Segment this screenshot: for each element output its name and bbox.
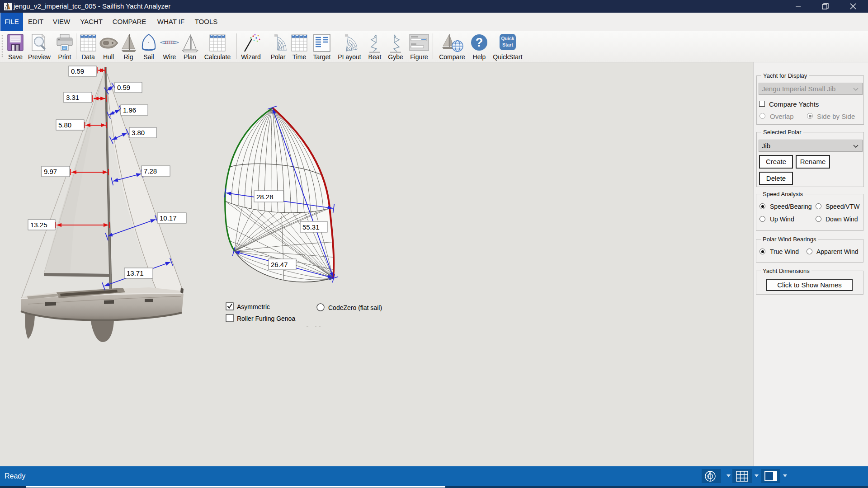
svg-text:Roller Furling Genoa: Roller Furling Genoa: [237, 315, 295, 322]
svg-text:10.17: 10.17: [160, 214, 177, 222]
svg-text:55.31: 55.31: [302, 223, 320, 231]
svg-text:3.80: 3.80: [132, 129, 145, 136]
svg-text:0.59: 0.59: [71, 67, 84, 75]
svg-text:?: ?: [476, 36, 483, 49]
svg-text:1.96: 1.96: [123, 106, 136, 114]
svg-text:28.28: 28.28: [256, 193, 274, 201]
svg-text:13.25: 13.25: [30, 221, 47, 229]
svg-text:26.47: 26.47: [271, 261, 288, 268]
svg-text:CodeZero (flat sail): CodeZero (flat sail): [328, 304, 382, 311]
svg-text:13.71: 13.71: [127, 269, 144, 277]
svg-text:3.31: 3.31: [66, 94, 79, 101]
svg-text:Quick: Quick: [501, 36, 514, 41]
svg-text:Asymmetric: Asymmetric: [237, 303, 270, 310]
svg-text:9.97: 9.97: [44, 168, 57, 175]
svg-text:Start: Start: [502, 42, 513, 47]
svg-text:5.80: 5.80: [58, 121, 71, 129]
svg-text:7.28: 7.28: [144, 167, 157, 175]
svg-text:0.59: 0.59: [117, 84, 130, 91]
